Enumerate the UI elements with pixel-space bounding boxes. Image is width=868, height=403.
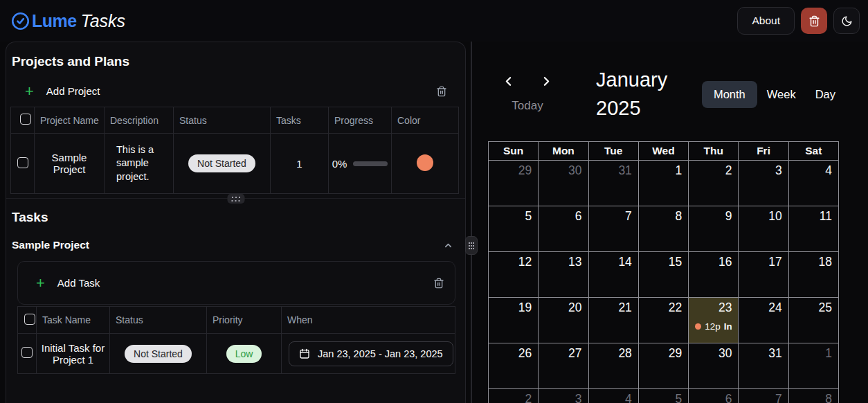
add-project-button[interactable]: Add Project xyxy=(46,85,100,97)
collapse-group-button[interactable] xyxy=(443,240,453,251)
status-badge[interactable]: Not Started xyxy=(125,345,192,363)
row-checkbox[interactable] xyxy=(21,347,33,358)
calendar-day-cell[interactable]: 3 xyxy=(739,161,788,206)
calendar-day-cell[interactable]: 30 xyxy=(539,161,588,206)
calendar-day-cell[interactable]: 18 xyxy=(789,252,839,298)
calendar-day-cell[interactable]: 30 xyxy=(689,343,739,389)
project-color-cell xyxy=(392,134,459,194)
day-number: 21 xyxy=(595,301,632,315)
calendar-day-cell[interactable]: 1 xyxy=(789,343,839,389)
calendar-day-cell[interactable]: 6 xyxy=(539,206,588,252)
day-number: 4 xyxy=(595,392,632,403)
calendar-day-cell[interactable]: 24 xyxy=(739,298,788,343)
delete-tasks-button[interactable] xyxy=(433,278,444,289)
row-checkbox[interactable] xyxy=(20,114,31,125)
day-number: 17 xyxy=(745,255,781,269)
day-number: 25 xyxy=(795,301,832,315)
add-task-button[interactable]: Add Task xyxy=(57,277,100,289)
day-number: 29 xyxy=(495,163,532,178)
delete-projects-button[interactable] xyxy=(436,86,447,97)
add-task-row: + Add Task xyxy=(17,261,455,305)
calendar-day-cell[interactable]: 12 xyxy=(489,252,539,298)
day-number: 31 xyxy=(595,163,632,178)
calendar-day-cell[interactable]: 25 xyxy=(789,298,839,343)
vertical-grip-icon[interactable] xyxy=(465,236,478,255)
calendar-day-cell[interactable]: 27 xyxy=(539,343,588,389)
calendar-day-cell[interactable]: 5 xyxy=(639,389,689,403)
calendar-day-cell[interactable]: 16 xyxy=(689,252,739,298)
about-button[interactable]: About xyxy=(737,7,795,35)
row-checkbox[interactable] xyxy=(17,157,28,168)
calendar-day-cell[interactable]: 6 xyxy=(689,389,739,403)
calendar-title: January 2025 xyxy=(596,66,686,123)
calendar-day-cell[interactable]: 31 xyxy=(589,161,639,206)
priority-badge[interactable]: Low xyxy=(226,345,262,363)
calendar-day-cell[interactable]: 5 xyxy=(489,206,539,252)
prev-month-button[interactable] xyxy=(501,74,516,89)
calendar-day-cell[interactable]: 3 xyxy=(539,389,588,403)
calendar-day-cell[interactable]: 4 xyxy=(589,389,639,403)
view-button-day[interactable]: Day xyxy=(806,81,845,108)
trash-icon xyxy=(808,15,820,27)
vertical-resizer[interactable] xyxy=(471,42,472,403)
delete-all-button[interactable] xyxy=(801,8,827,34)
calendar-day-cell[interactable]: 9 xyxy=(689,206,739,252)
calendar-day-cell[interactable]: 4 xyxy=(789,161,839,206)
calendar-day-cell[interactable]: 26 xyxy=(489,343,539,389)
projects-column-header: Tasks xyxy=(271,107,329,134)
horizontal-resizer[interactable] xyxy=(6,194,465,204)
calendar-day-cell[interactable]: 28 xyxy=(589,343,639,389)
calendar-event[interactable]: 12pIniti xyxy=(695,321,732,332)
calendar-day-cell[interactable]: 8 xyxy=(639,206,689,252)
calendar-day-cell[interactable]: 11 xyxy=(789,206,839,252)
moon-icon xyxy=(841,15,853,27)
day-number: 11 xyxy=(795,209,832,224)
status-badge[interactable]: Not Started xyxy=(188,154,255,172)
calendar-day-cell[interactable]: 14 xyxy=(589,252,639,298)
calendar-day-cell[interactable]: 22 xyxy=(639,298,689,343)
view-button-month[interactable]: Month xyxy=(702,81,757,108)
calendar-day-cell[interactable]: 2 xyxy=(489,389,539,403)
date-range-button[interactable]: Jan 23, 2025 - Jan 23, 2025 xyxy=(289,341,453,366)
calendar-day-cell[interactable]: 29 xyxy=(489,161,539,206)
today-button[interactable]: Today xyxy=(501,99,554,113)
calendar-day-cell[interactable]: 29 xyxy=(639,343,689,389)
calendar-day-cell[interactable]: 8 xyxy=(789,389,839,403)
calendar-day-cell[interactable]: 13 xyxy=(539,252,588,298)
day-number: 16 xyxy=(695,255,732,269)
day-number: 19 xyxy=(495,301,532,315)
color-swatch[interactable] xyxy=(417,154,433,171)
row-checkbox[interactable] xyxy=(24,314,35,325)
select-all-checkbox-cell xyxy=(18,307,37,334)
calendar-day-cell[interactable]: 17 xyxy=(739,252,788,298)
tasks-column-header: Task Name xyxy=(37,307,110,334)
task-priority-cell: Low xyxy=(207,334,282,374)
next-month-button[interactable] xyxy=(539,74,554,89)
calendar-day-cell[interactable]: 1 xyxy=(639,161,689,206)
theme-toggle-button[interactable] xyxy=(833,8,860,34)
app-header: Lume Tasks About xyxy=(0,0,868,42)
trash-icon xyxy=(436,86,447,97)
calendar-day-cell[interactable]: 15 xyxy=(639,252,689,298)
calendar-day-cell[interactable]: 2 xyxy=(689,161,739,206)
progress-bar xyxy=(353,161,388,166)
task-status-cell: Not Started xyxy=(110,334,207,374)
event-title: Initi xyxy=(724,321,732,332)
calendar-day-cell[interactable]: 20 xyxy=(539,298,588,343)
projects-column-header: Status xyxy=(174,107,271,134)
calendar-day-cell[interactable]: 7 xyxy=(589,206,639,252)
chevron-up-icon xyxy=(443,240,453,251)
horizontal-grip-icon[interactable] xyxy=(227,194,244,204)
calendar-day-cell[interactable]: 10 xyxy=(739,206,788,252)
view-button-week[interactable]: Week xyxy=(757,81,806,108)
calendar-day-cell[interactable]: 31 xyxy=(739,343,788,389)
weekday-header: Wed xyxy=(639,142,689,161)
calendar-day-cell[interactable]: 19 xyxy=(489,298,539,343)
calendar-day-cell[interactable]: 2312pIniti xyxy=(689,298,739,343)
calendar-day-cell[interactable]: 21 xyxy=(589,298,639,343)
calendar-day-cell[interactable]: 7 xyxy=(739,389,788,403)
brand-suffix: Tasks xyxy=(81,11,125,31)
tasks-column-header: Status xyxy=(110,307,207,334)
calendar-view-switcher: MonthWeekDay xyxy=(702,81,845,108)
day-number: 3 xyxy=(545,392,581,403)
